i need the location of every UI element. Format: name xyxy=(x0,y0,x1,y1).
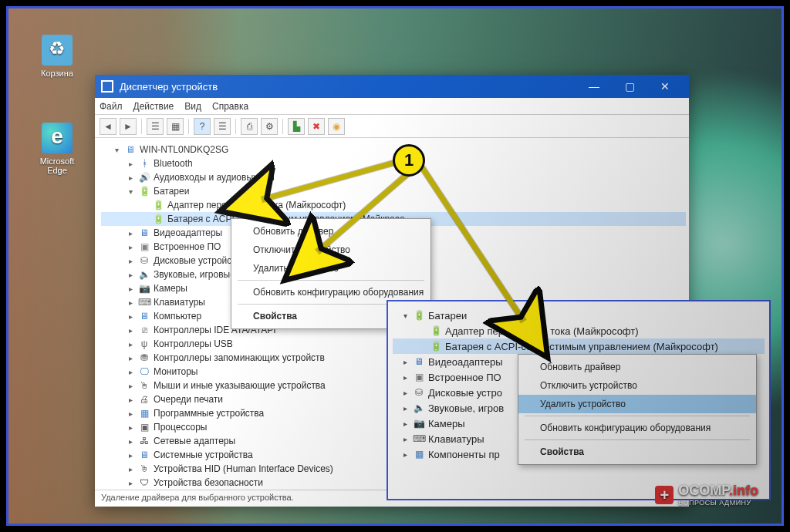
display-adapter-icon: 🖥 xyxy=(413,355,425,368)
edge-icon xyxy=(42,123,73,153)
menu-action[interactable]: Действие xyxy=(133,101,174,112)
software-device-icon: ▦ xyxy=(413,448,425,460)
ctx2-disable-device[interactable]: Отключить устройство xyxy=(518,376,756,395)
security-icon: 🛡 xyxy=(138,476,150,489)
battery-icon: 🔋 xyxy=(430,325,442,337)
ide-icon: ⎚ xyxy=(138,324,150,336)
display-adapter-icon: 🖥 xyxy=(138,227,150,239)
ctx2-uninstall-device[interactable]: Удалить устройство xyxy=(518,395,756,413)
menu-file[interactable]: Файл xyxy=(100,101,123,112)
storage-icon: ⛃ xyxy=(138,352,150,364)
menubar: Файл Действие Вид Справка xyxy=(95,98,689,115)
ctx-separator xyxy=(238,280,424,281)
cpu-icon: ▣ xyxy=(138,421,150,433)
window-title: Диспетчер устройств xyxy=(120,81,218,93)
disk-icon: ⛁ xyxy=(413,386,425,399)
watermark-brand: OCOMP.info xyxy=(678,483,758,498)
keyboard-icon: ⌨ xyxy=(138,296,150,308)
watermark-plus-icon: + xyxy=(655,486,674,504)
watermark: + OCOMP.info ВОПРОСЫ АДМИНУ xyxy=(655,483,758,507)
toolbar-btn[interactable]: ▦ xyxy=(167,118,184,135)
printer-icon: 🖨 xyxy=(138,393,150,406)
monitor-icon: 🖵 xyxy=(138,365,150,378)
menu-help[interactable]: Справка xyxy=(212,101,248,112)
maximize-button[interactable]: ▢ xyxy=(612,75,647,98)
toolbar-btn[interactable]: ☰ xyxy=(147,118,164,135)
network-icon: 🖧 xyxy=(138,435,150,447)
ctx-uninstall-device[interactable]: Удалить устройство xyxy=(231,259,430,278)
toolbar-btn[interactable]: ◉ xyxy=(328,118,345,135)
disk-icon: ⛁ xyxy=(138,254,150,267)
toolbar-scan-button[interactable]: ▙ xyxy=(288,118,305,135)
battery-icon: 🔋 xyxy=(413,309,425,322)
mouse-icon: 🖱 xyxy=(138,379,150,392)
tree-audio[interactable]: ▸🔊Аудиовходы и аудиовыходы xyxy=(101,170,686,184)
watermark-tagline: ВОПРОСЫ АДМИНУ xyxy=(678,499,758,507)
battery-icon: 🔋 xyxy=(430,340,442,352)
firmware-icon: ▣ xyxy=(138,241,150,253)
camera-icon: 📷 xyxy=(138,282,150,295)
bluetooth-icon: ᚼ xyxy=(138,157,150,170)
battery-icon: 🔋 xyxy=(138,185,150,197)
desktop-icon-recycle[interactable]: Корзина xyxy=(30,35,84,78)
inset-tree-batteries[interactable]: ▾🔋Батареи xyxy=(393,308,765,323)
usb-icon: ψ xyxy=(138,338,150,350)
sound-icon: 🔈 xyxy=(413,402,425,414)
app-icon xyxy=(101,80,113,93)
ctx-update-driver[interactable]: Обновить драйвер xyxy=(231,222,430,241)
nav-back-button[interactable]: ◄ xyxy=(100,118,116,135)
audio-icon: 🔊 xyxy=(138,171,150,184)
inset-tree-adapter[interactable]: 🔋Адаптер переменного тока (Майкрософт) xyxy=(393,323,765,338)
desktop-icon-edge[interactable]: Microsoft Edge xyxy=(30,123,84,175)
ctx-disable-device[interactable]: Отключить устройство xyxy=(231,241,430,259)
toolbar-btn[interactable]: ? xyxy=(194,118,211,135)
context-menu-2: Обновить драйвер Отключить устройство Уд… xyxy=(518,354,757,465)
desktop-icon-label: Корзина xyxy=(30,69,84,78)
toolbar-uninstall-button[interactable]: ✖ xyxy=(308,118,325,135)
annotation-badge-1: 1 xyxy=(393,144,425,177)
computer-icon: 🖥 xyxy=(138,310,150,322)
toolbar-btn[interactable]: ⚙ xyxy=(261,118,278,135)
battery-icon: 🔋 xyxy=(152,213,164,225)
toolbar-btn[interactable]: ⎙ xyxy=(241,118,258,135)
software-device-icon: ▦ xyxy=(138,407,150,419)
camera-icon: 📷 xyxy=(413,417,425,429)
firmware-icon: ▣ xyxy=(413,371,425,383)
recycle-bin-icon xyxy=(42,35,73,66)
system-icon: 🖥 xyxy=(138,449,150,461)
ctx-scan-hardware[interactable]: Обновить конфигурацию оборудования xyxy=(231,283,430,301)
keyboard-icon: ⌨ xyxy=(413,433,425,445)
ctx2-scan-hardware[interactable]: Обновить конфигурацию оборудования xyxy=(518,419,756,437)
minimize-button[interactable]: — xyxy=(576,75,612,98)
tree-batteries[interactable]: ▾🔋Батареи xyxy=(101,184,686,198)
close-button[interactable]: ✕ xyxy=(647,75,683,98)
computer-icon: 🖥 xyxy=(124,143,137,156)
battery-icon: 🔋 xyxy=(152,199,164,211)
desktop-icon-label: Microsoft Edge xyxy=(30,157,84,175)
ctx2-properties[interactable]: Свойства xyxy=(518,443,756,461)
hid-icon: 🖰 xyxy=(138,463,150,475)
ctx-separator xyxy=(525,416,750,416)
tree-battery-adapter[interactable]: 🔋Адаптер переменного тока (Майкрософт) xyxy=(101,198,686,212)
nav-fwd-button[interactable]: ► xyxy=(120,118,137,135)
titlebar[interactable]: Диспетчер устройств — ▢ ✕ xyxy=(95,75,689,98)
toolbar: ◄ ► ☰ ▦ ? ☰ ⎙ ⚙ ▙ ✖ ◉ xyxy=(95,115,689,138)
ctx-separator xyxy=(525,439,750,440)
sound-icon: 🔈 xyxy=(138,268,150,281)
ctx2-update-driver[interactable]: Обновить драйвер xyxy=(518,358,756,376)
toolbar-btn[interactable]: ☰ xyxy=(214,118,231,135)
inset-zoom-panel: ▾🔋Батареи 🔋Адаптер переменного тока (Май… xyxy=(387,300,771,500)
inset-tree-acpi[interactable]: 🔋Батарея с ACPI-совместимым управлением … xyxy=(393,338,765,354)
menu-view[interactable]: Вид xyxy=(184,101,201,112)
